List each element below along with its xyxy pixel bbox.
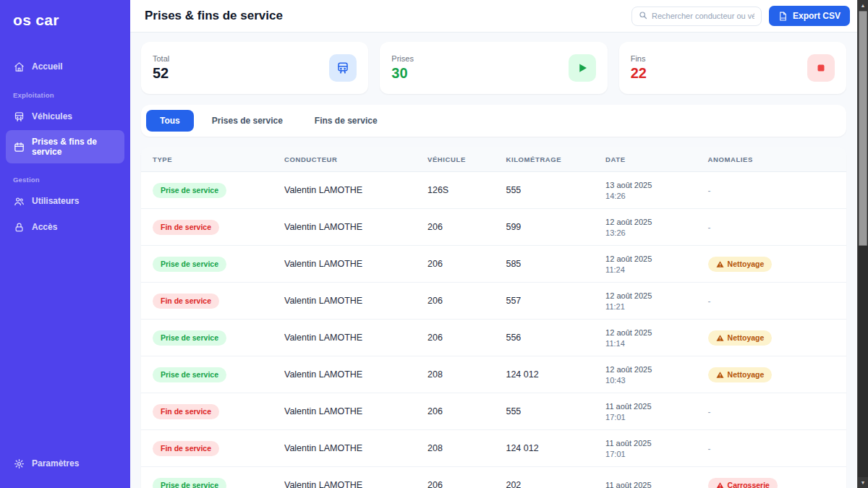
- conducteur-cell: Valentin LAMOTHE: [284, 369, 427, 380]
- time-value: 11:21: [605, 302, 707, 311]
- gear-icon: [13, 458, 25, 469]
- type-badge: Fin de service: [153, 404, 219, 419]
- page-title: Prises & fins de service: [145, 9, 624, 23]
- date-cell: 12 août 202510:43: [605, 365, 707, 385]
- sidebar-section-gestion: Gestion: [6, 164, 124, 188]
- sidebar-item-accueil[interactable]: Accueil: [6, 54, 124, 79]
- table-row[interactable]: Prise de serviceValentin LAMOTHE126S5551…: [141, 172, 846, 209]
- scrollbar-down-arrow[interactable]: ▼: [858, 477, 868, 488]
- time-value: 13:26: [605, 228, 707, 237]
- content: Total52Prises30Fins22 TousPrises de serv…: [130, 33, 857, 488]
- time-value: 14:26: [605, 192, 707, 200]
- kilometrage-cell: 599: [506, 222, 605, 232]
- sidebar-section-exploitation: Exploitation: [6, 80, 124, 103]
- sidebar-item-label: Utilisateurs: [32, 196, 79, 206]
- file-csv-icon: csv: [778, 12, 788, 21]
- kilometrage-cell: 557: [506, 296, 605, 306]
- tab-fins-de-service[interactable]: Fins de service: [301, 110, 391, 132]
- service-table: TypeConducteurVéhiculeKilométrageDateAno…: [141, 147, 846, 488]
- stat-label: Prises: [391, 54, 414, 63]
- type-badge: Fin de service: [153, 294, 219, 309]
- users-icon: [13, 195, 25, 207]
- table-row[interactable]: Prise de serviceValentin LAMOTHE20655612…: [141, 320, 846, 356]
- play-icon: [569, 54, 596, 82]
- table-row[interactable]: Prise de serviceValentin LAMOTHE20658512…: [141, 246, 846, 283]
- stat-cards: Total52Prises30Fins22: [141, 42, 846, 94]
- sidebar-item-acces[interactable]: Accès: [6, 215, 124, 239]
- table-row[interactable]: Prise de serviceValentin LAMOTHE20620211…: [141, 467, 846, 488]
- sidebar-item-label: Prises & fins de service: [32, 137, 117, 157]
- date-value: 13 août 2025: [605, 181, 707, 189]
- date-value: 12 août 2025: [605, 254, 707, 263]
- type-badge: Prise de service: [153, 367, 226, 382]
- search-icon: [639, 9, 647, 22]
- anomalies-cell: -: [708, 221, 835, 234]
- vehicule-cell: 208: [427, 443, 506, 453]
- stat-value: 30: [391, 65, 414, 82]
- bus-icon: [13, 111, 25, 122]
- vehicule-cell: 206: [427, 222, 506, 232]
- tab-tous[interactable]: Tous: [146, 110, 194, 132]
- vehicule-cell: 126S: [427, 185, 506, 195]
- sidebar-item-label: Accueil: [32, 61, 63, 72]
- search-box[interactable]: [631, 7, 762, 26]
- anomalies-cell: -: [708, 405, 835, 418]
- conducteur-cell: Valentin LAMOTHE: [284, 406, 427, 416]
- date-value: 11 août 2025: [605, 402, 707, 411]
- type-badge: Fin de service: [153, 220, 219, 235]
- sidebar-item-label: Paramètres: [32, 458, 79, 468]
- table-row[interactable]: Fin de serviceValentin LAMOTHE20659912 a…: [141, 209, 846, 246]
- column-header-anomalies: Anomalies: [708, 155, 835, 163]
- anomalies-cell: -: [708, 184, 835, 197]
- stat-card-fins: Fins22: [619, 42, 846, 94]
- tab-prises-de-service[interactable]: Prises de service: [198, 110, 297, 132]
- date-value: 12 août 2025: [605, 328, 707, 337]
- no-anomaly-dash: -: [708, 186, 711, 196]
- stat-value: 52: [153, 65, 169, 82]
- kilometrage-cell: 556: [506, 333, 605, 343]
- column-header-conducteur: Conducteur: [284, 155, 427, 163]
- page-scrollbar[interactable]: ▲ ▼: [857, 0, 868, 488]
- date-cell: 12 août 202511:14: [605, 328, 707, 348]
- anomaly-badge: Carrosserie: [708, 478, 778, 488]
- anomaly-badge: Nettoyage: [708, 367, 773, 382]
- vehicule-cell: 206: [427, 480, 506, 488]
- table-row[interactable]: Prise de serviceValentin LAMOTHE208124 0…: [141, 356, 846, 393]
- export-csv-label: Export CSV: [793, 11, 841, 21]
- sidebar-item-vehicules[interactable]: Véhicules: [6, 104, 124, 129]
- sidebar-item-parametres[interactable]: Paramètres: [6, 451, 124, 476]
- anomalies-cell: -: [708, 442, 835, 455]
- scrollbar-thumb[interactable]: [859, 11, 867, 246]
- kilometrage-cell: 555: [506, 406, 605, 416]
- time-value: 17:01: [605, 413, 707, 421]
- date-cell: 12 août 202513:26: [605, 218, 707, 237]
- vehicule-cell: 208: [427, 369, 506, 380]
- type-badge: Prise de service: [153, 257, 226, 272]
- anomaly-label: Nettoyage: [728, 260, 765, 268]
- table-row[interactable]: Fin de serviceValentin LAMOTHE20655511 a…: [141, 393, 846, 430]
- app-logo: os car: [6, 10, 124, 35]
- table-row[interactable]: Fin de serviceValentin LAMOTHE208124 012…: [141, 430, 846, 467]
- kilometrage-cell: 124 012: [506, 369, 605, 380]
- anomaly-label: Nettoyage: [728, 370, 765, 379]
- table-row[interactable]: Fin de serviceValentin LAMOTHE20655712 a…: [141, 283, 846, 320]
- sidebar-item-label: Accès: [32, 222, 57, 232]
- sidebar-item-prises-fins-de-service[interactable]: Prises & fins de service: [6, 130, 124, 163]
- bus-icon: [329, 54, 357, 82]
- conducteur-cell: Valentin LAMOTHE: [284, 259, 427, 269]
- anomalies-cell: -: [708, 294, 835, 307]
- anomaly-badge: Nettoyage: [708, 330, 773, 346]
- conducteur-cell: Valentin LAMOTHE: [284, 222, 427, 232]
- table-header-row: TypeConducteurVéhiculeKilométrageDateAno…: [141, 147, 846, 172]
- scrollbar-up-arrow[interactable]: ▲: [858, 0, 868, 11]
- sidebar-item-utilisateurs[interactable]: Utilisateurs: [6, 189, 124, 213]
- search-input[interactable]: [652, 12, 754, 20]
- type-badge: Prise de service: [153, 478, 226, 488]
- conducteur-cell: Valentin LAMOTHE: [284, 480, 427, 488]
- warning-icon: [716, 260, 724, 268]
- export-csv-button[interactable]: csv Export CSV: [769, 6, 850, 26]
- stat-card-prises: Prises30: [380, 42, 607, 94]
- conducteur-cell: Valentin LAMOTHE: [284, 296, 427, 306]
- conducteur-cell: Valentin LAMOTHE: [284, 443, 427, 453]
- date-value: 12 août 2025: [605, 365, 707, 374]
